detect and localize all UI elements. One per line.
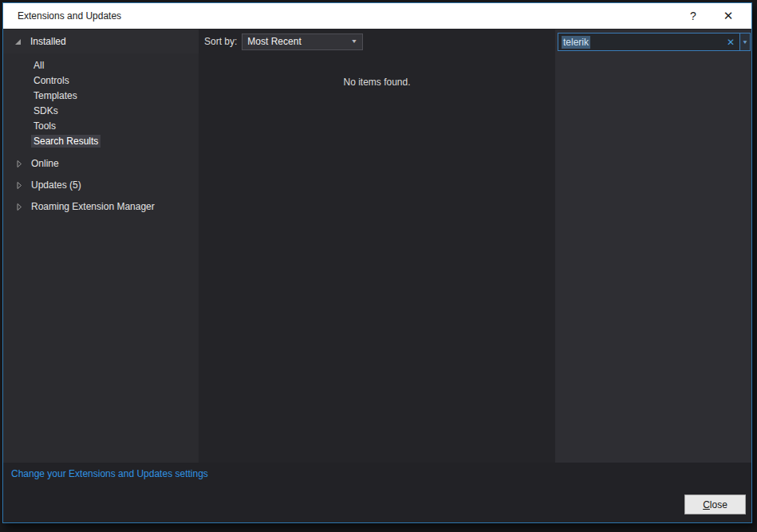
- tree-item-all[interactable]: All: [3, 58, 199, 73]
- settings-link[interactable]: Change your Extensions and Updates setti…: [11, 468, 208, 479]
- tree-node-online[interactable]: Online: [3, 152, 199, 174]
- sort-dropdown[interactable]: Most Recent ▼: [242, 33, 363, 50]
- category-tree: Installed All Controls Templates SDKs To…: [3, 30, 199, 464]
- extension-list-panel: Sort by: Most Recent ▼ No items found.: [199, 30, 555, 464]
- collapsed-triangle-icon: [15, 160, 23, 167]
- tree-item-tools[interactable]: Tools: [3, 119, 199, 134]
- installed-children: All Controls Templates SDKs Tools Search…: [3, 53, 199, 152]
- search-box: telerik ✕ ▼: [558, 33, 751, 51]
- collapsed-triangle-icon: [15, 203, 23, 211]
- sort-dropdown-value: Most Recent: [247, 36, 350, 47]
- collapsed-triangle-icon: [15, 181, 23, 189]
- close-button[interactable]: Close: [684, 495, 746, 514]
- footer-bar: Change your Extensions and Updates setti…: [3, 463, 751, 522]
- expanded-triangle-icon: [14, 37, 22, 45]
- details-panel: telerik ✕ ▼: [555, 30, 751, 464]
- tree-item-templates[interactable]: Templates: [3, 89, 199, 104]
- help-icon[interactable]: ?: [681, 6, 705, 26]
- tree-node-label: Installed: [30, 36, 66, 47]
- tree-node-label: Roaming Extension Manager: [31, 201, 155, 212]
- tree-node-updates[interactable]: Updates (5): [3, 174, 199, 195]
- search-input-value: telerik: [562, 36, 590, 49]
- tree-node-label: Online: [31, 158, 59, 169]
- close-icon[interactable]: ✕: [716, 6, 740, 26]
- chevron-down-icon: ▼: [350, 38, 357, 45]
- tree-item-controls[interactable]: Controls: [3, 73, 199, 89]
- tree-node-label: Updates (5): [31, 179, 81, 191]
- sort-by-label: Sort by:: [204, 36, 237, 47]
- clear-search-icon[interactable]: ✕: [722, 33, 739, 50]
- tree-item-sdks[interactable]: SDKs: [3, 104, 199, 119]
- tree-item-search-results[interactable]: Search Results: [3, 134, 199, 149]
- tree-node-roaming-extension-manager[interactable]: Roaming Extension Manager: [3, 195, 199, 217]
- chevron-down-icon: ▼: [742, 39, 748, 45]
- tree-node-installed[interactable]: Installed: [3, 30, 199, 53]
- empty-message: No items found.: [199, 77, 555, 88]
- search-options-dropdown[interactable]: ▼: [739, 33, 750, 50]
- dialog-title: Extensions and Updates: [18, 10, 681, 22]
- search-input[interactable]: telerik: [558, 33, 722, 50]
- titlebar: Extensions and Updates ? ✕: [3, 3, 751, 29]
- extensions-and-updates-dialog: Extensions and Updates ? ✕ Installed All…: [2, 2, 752, 523]
- dialog-content: Installed All Controls Templates SDKs To…: [3, 30, 751, 464]
- sort-row: Sort by: Most Recent ▼: [199, 30, 555, 53]
